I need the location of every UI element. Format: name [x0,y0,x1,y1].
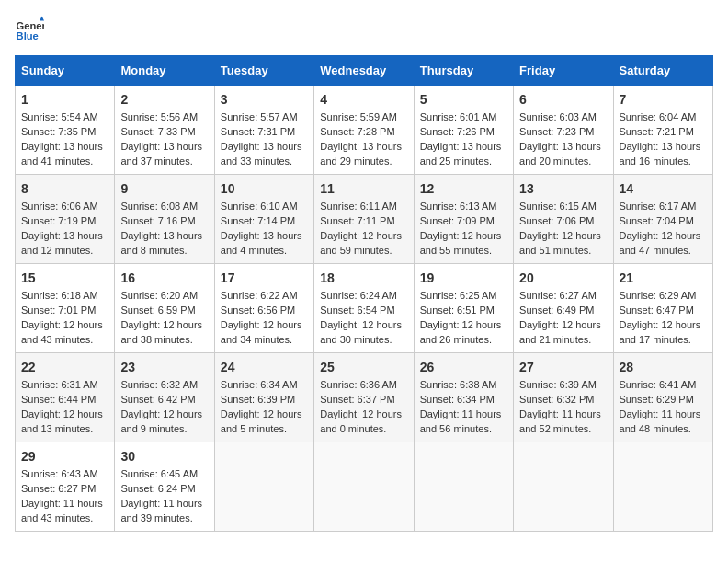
day-number: 3 [221,90,308,109]
day-info-line: Sunset: 6:56 PM [221,304,308,318]
day-number: 14 [620,179,707,198]
day-info-line: Daylight: 13 hours [21,229,108,244]
day-info-line: and 37 minutes. [120,155,208,169]
day-info-line: Sunrise: 6:38 AM [420,378,507,393]
day-info-line: Sunrise: 6:13 AM [420,200,507,214]
day-info-line: Sunset: 7:28 PM [320,125,407,140]
calendar-week-3: 15Sunrise: 6:18 AMSunset: 7:01 PMDayligh… [16,264,713,353]
day-number: 26 [420,358,507,376]
day-info-line: Sunset: 7:14 PM [221,214,308,229]
day-info-line: Sunset: 7:16 PM [120,214,208,229]
day-info-line: and 21 minutes. [519,333,607,348]
day-info-line: Sunrise: 6:32 AM [120,378,208,393]
day-info-line: and 12 minutes. [21,244,108,259]
day-info-line: Daylight: 12 hours [519,318,607,333]
svg-marker-2 [40,17,44,21]
day-info-line: Sunset: 7:11 PM [320,214,407,229]
day-info-line: Daylight: 12 hours [21,318,108,333]
day-info-line: Sunset: 6:24 PM [120,482,208,497]
day-info-line: Sunset: 7:23 PM [519,125,607,140]
day-info-line: and 43 minutes. [21,333,108,348]
day-number: 19 [420,269,507,287]
calendar-cell: 18Sunrise: 6:24 AMSunset: 6:54 PMDayligh… [314,264,414,353]
calendar-cell: 3Sunrise: 5:57 AMSunset: 7:31 PMDaylight… [214,86,313,175]
day-info-line: Sunrise: 6:17 AM [620,200,707,214]
logo: General Blue [15,15,48,44]
day-info-line: Sunrise: 6:25 AM [420,289,507,304]
day-number: 18 [320,269,407,287]
calendar-cell: 16Sunrise: 6:20 AMSunset: 6:59 PMDayligh… [115,264,214,353]
calendar-cell: 6Sunrise: 6:03 AMSunset: 7:23 PMDaylight… [514,86,613,175]
day-info-line: Sunset: 6:27 PM [21,482,108,497]
day-info-line: Daylight: 12 hours [320,408,407,422]
calendar-cell: 8Sunrise: 6:06 AMSunset: 7:19 PMDaylight… [16,175,115,264]
day-info-line: Sunrise: 5:59 AM [320,110,407,125]
day-info-line: Sunrise: 6:43 AM [21,467,108,482]
calendar-cell [613,442,712,532]
day-info-line: Sunrise: 6:10 AM [221,200,308,214]
day-info-line: Sunrise: 6:11 AM [320,200,407,214]
weekday-header-saturday: Saturday [613,56,712,86]
day-number: 21 [620,269,707,287]
day-info-line: Sunrise: 6:36 AM [320,378,407,393]
day-info-line: Daylight: 12 hours [620,318,707,333]
calendar-cell [514,442,613,532]
calendar-cell: 15Sunrise: 6:18 AMSunset: 7:01 PMDayligh… [16,264,115,353]
day-info-line: and 41 minutes. [21,155,108,169]
day-info-line: Sunrise: 6:08 AM [120,200,208,214]
day-info-line: Daylight: 12 hours [519,229,607,244]
day-info-line: Sunset: 7:26 PM [420,125,507,140]
day-info-line: Daylight: 12 hours [221,408,308,422]
day-info-line: Daylight: 12 hours [620,229,707,244]
day-info-line: Sunset: 7:06 PM [519,214,607,229]
day-info-line: Sunset: 6:37 PM [320,393,407,408]
calendar-week-1: 1Sunrise: 5:54 AMSunset: 7:35 PMDaylight… [16,86,713,175]
day-info-line: Daylight: 13 hours [120,229,208,244]
day-info-line: and 20 minutes. [519,155,607,169]
day-number: 9 [120,179,208,198]
day-number: 15 [21,269,108,287]
calendar-cell: 5Sunrise: 6:01 AMSunset: 7:26 PMDaylight… [414,86,513,175]
day-number: 25 [320,358,407,376]
day-info-line: Sunrise: 6:04 AM [620,110,707,125]
calendar-cell: 26Sunrise: 6:38 AMSunset: 6:34 PMDayligh… [414,353,513,442]
day-info-line: Daylight: 13 hours [320,140,407,155]
day-info-line: and 30 minutes. [320,333,407,348]
calendar-cell [314,442,414,532]
calendar-cell: 22Sunrise: 6:31 AMSunset: 6:44 PMDayligh… [16,353,115,442]
day-info-line: Sunrise: 6:29 AM [620,289,707,304]
day-info-line: and 51 minutes. [519,244,607,259]
calendar-cell: 21Sunrise: 6:29 AMSunset: 6:47 PMDayligh… [613,264,712,353]
day-info-line: and 25 minutes. [420,155,507,169]
day-info-line: Daylight: 13 hours [21,140,108,155]
calendar-cell: 23Sunrise: 6:32 AMSunset: 6:42 PMDayligh… [115,353,214,442]
day-info-line: Daylight: 12 hours [21,408,108,422]
day-info-line: Sunset: 6:54 PM [320,304,407,318]
calendar-week-5: 29Sunrise: 6:43 AMSunset: 6:27 PMDayligh… [16,442,713,532]
calendar-table: SundayMondayTuesdayWednesdayThursdayFrid… [15,55,713,532]
day-info-line: and 9 minutes. [120,422,208,437]
day-number: 7 [620,90,707,109]
day-info-line: Sunrise: 5:57 AM [221,110,308,125]
day-info-line: Daylight: 11 hours [519,408,607,422]
day-info-line: Sunrise: 5:54 AM [21,110,108,125]
day-info-line: and 0 minutes. [320,422,407,437]
day-info-line: and 43 minutes. [21,511,108,526]
day-info-line: Daylight: 12 hours [420,229,507,244]
day-info-line: Daylight: 11 hours [21,497,108,511]
day-number: 6 [519,90,607,109]
weekday-header-wednesday: Wednesday [314,56,414,86]
day-info-line: and 47 minutes. [620,244,707,259]
day-info-line: and 55 minutes. [420,244,507,259]
day-info-line: Daylight: 12 hours [420,318,507,333]
day-info-line: Sunset: 7:01 PM [21,304,108,318]
day-number: 17 [221,269,308,287]
logo-icon: General Blue [15,15,44,44]
day-number: 27 [519,358,607,376]
day-info-line: Sunset: 6:34 PM [420,393,507,408]
day-info-line: and 13 minutes. [21,422,108,437]
day-info-line: Daylight: 13 hours [221,140,308,155]
day-info-line: Sunset: 7:19 PM [21,214,108,229]
calendar-cell: 10Sunrise: 6:10 AMSunset: 7:14 PMDayligh… [214,175,313,264]
day-number: 4 [320,90,407,109]
